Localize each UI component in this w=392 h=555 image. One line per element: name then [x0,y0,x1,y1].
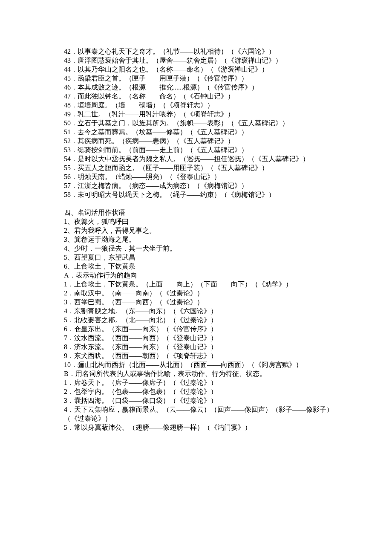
list-item: 52．其疾病而死。（疾病——患病）（《五人墓碑记》） [64,136,328,145]
list-item: 49．乳二世。（乳汁——用乳汁喂养）（《项脊轩志》） [64,110,328,119]
list-item: 50．立石于其墓之门，以旌其所为。（旗帜——表彰）（《五人墓碑记》） [64,119,328,127]
example-item: 6、上食埃土，下饮黄泉 [64,262,328,271]
list-item: 47．而此独以钟名。（名称——命名）（《石钟山记》） [64,92,328,101]
list-item: 4．天下云集响应，赢粮而景从。（云——像云）（回声——像回声）（影子——像影子） [64,405,328,414]
block-noun-as-verb-continued: 42．以事秦之心礼天下之奇才。（礼节——以礼相待）（《六国论》） 43．唐浮图慧… [64,47,328,199]
list-item: 2．南取汉中。（南——向南）（《过秦论》） [64,289,328,298]
list-item: 1．上食埃土，下饮黄泉。（上面——向上）（下面——向下）（《劝学》） [64,280,328,289]
blank-line [64,199,328,208]
list-item: 46．本其成败之迹。（根源——推究......根源）（《伶官传序》） [64,83,328,92]
example-item: 2、君为我呼入，吾得兄事之。 [64,226,328,235]
list-item: 6．仓皇东出。（东面——向东）（《伶官传序》） [64,324,328,333]
list-item: 9．东犬西吠。（西面——朝西）（《项脊轩志》） [64,351,328,360]
list-item: 58．未可明昭大号以绳天下之梅。（绳子——约束）（《病梅馆记》） [64,190,328,199]
list-item: 1．席卷天下。（席子——像席子）（《过秦论》） [64,378,328,387]
list-item: 2．包举宇内。（包裹——像包裹）（《过秦论》） [64,387,328,396]
list-item: 54．是时以大中丞抚吴者为魏之私人。（巡抚——担任巡抚）（《五人墓碑记》） [64,154,328,163]
list-item: （《过秦论》） [64,414,328,423]
section-4: 四、名词活用作状语 1、夜篝火，狐鸣呼曰 2、君为我呼入，吾得兄事之。 3、箕畚… [64,208,328,271]
list-item: 3．囊括四海。（口袋——像口袋）（《过秦论》） [64,396,328,405]
list-item: 56．明烛天南。（蜡烛——照亮）（《登泰山记》） [64,172,328,181]
list-item: 4．东割膏腴之地。（东——向东）（《六国论》） [64,306,328,315]
list-item: 3．西举巴蜀。（西——向西）（《过秦论》） [64,298,328,306]
example-item: 5、西望夏口，东望武昌 [64,253,328,262]
list-item: 45．函梁君臣之首。（匣子——用匣子装）（《伶官传序》） [64,74,328,83]
list-item: 48．垣墙周庭。（墙——砌墙）（《项脊轩志》） [64,101,328,110]
group-b: B．用名词所代表的人或事物作比喻，表示动作、行为特征、状态。 1．席卷天下。（席… [64,369,328,432]
list-item: 51．去今之墓而葬焉。（坟墓——修墓）（《五人墓碑记》） [64,127,328,136]
list-item: 5．常以身翼蔽沛公。（翅膀——像翅膀一样）（《鸿门宴》） [64,423,328,432]
list-item: 43．唐浮图慧褒始舍于其址。（屋舍——筑舍定居）（《游褒禅山记》） [64,56,328,65]
example-item: 4、少时，一狼径去，其一犬坐于前。 [64,244,328,253]
list-item: 55．买五人之脰而函之。（匣子——用匣子装）（《五人墓碑记》） [64,163,328,172]
list-item: 10．骊山北构而西折（北面——从北面）（西面——向西面）（《阿房宫赋》） [64,360,328,369]
list-item: 42．以事秦之心礼天下之奇才。（礼节——以礼相待）（《六国论》） [64,47,328,56]
list-item: 53．缇骑按剑而前。（前面——走上前）（《五人墓碑记》） [64,145,328,154]
example-item: 1、夜篝火，狐鸣呼曰 [64,217,328,226]
example-item: 3、箕畚运于渤海之尾。 [64,235,328,244]
list-item: 5．北收要害之郡。（北——向北）（《过秦论》） [64,315,328,324]
group-a-header: A．表示动作行为的趋向 [64,271,328,280]
group-b-header: B．用名词所代表的人或事物作比喻，表示动作、行为特征、状态。 [64,369,328,378]
list-item: 7．汶水西流。（西面——向西）（《登泰山记》） [64,333,328,342]
group-a: A．表示动作行为的趋向 1．上食埃土，下饮黄泉。（上面——向上）（下面——向下）… [64,271,328,369]
document-page: 42．以事秦之心礼天下之奇才。（礼节——以礼相待）（《六国论》） 43．唐浮图慧… [0,0,392,555]
section-title: 四、名词活用作状语 [64,208,328,217]
list-item: 44．以其乃华山之阳名之也。（名称——命名）（《游褒禅山记》） [64,65,328,74]
list-item: 8．济水东流。（东面——向东）（《登泰山记》） [64,342,328,351]
list-item: 57．江浙之梅皆病。（病态——成为病态）（《病梅馆记》） [64,181,328,190]
